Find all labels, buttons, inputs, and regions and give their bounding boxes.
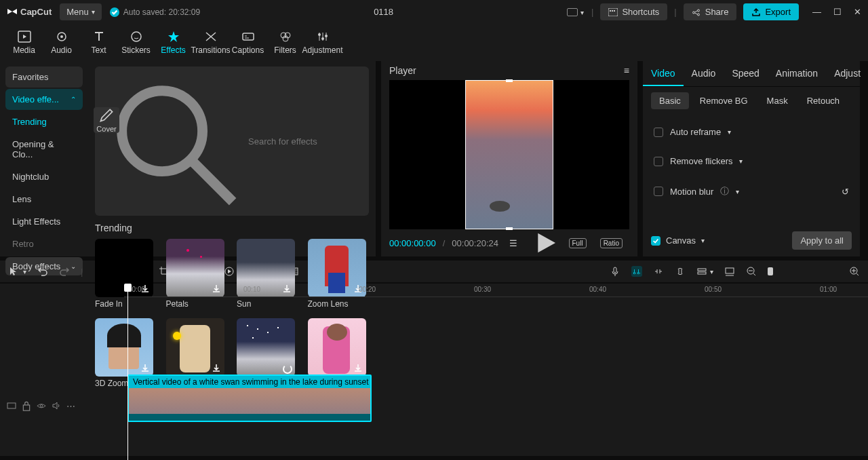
apply-all-button[interactable]: Apply to all: [792, 231, 852, 250]
sidebar-nightclub[interactable]: Nightclub: [5, 166, 83, 187]
chevron-down-icon: ⌄: [71, 263, 76, 270]
tab-animation[interactable]: Animation: [768, 61, 826, 86]
timeline-track[interactable]: 00:00 00:10 00:20 00:30 00:40 00:50 01:0…: [124, 284, 868, 456]
autosave-text: Auto saved: 20:32:09: [123, 7, 200, 17]
stickers-icon: [130, 31, 143, 43]
tab-label: Text: [91, 45, 106, 55]
sidebar-retro[interactable]: Retro: [5, 233, 83, 254]
chain-icon[interactable]: [675, 266, 686, 277]
zoom-marker-icon[interactable]: [768, 267, 773, 275]
sidebar-favorites[interactable]: Favorites: [5, 66, 83, 88]
checkbox-icon[interactable]: [654, 128, 663, 137]
option-remove-flickers[interactable]: Remove flickers▾: [651, 147, 852, 176]
tab-speed[interactable]: Speed: [724, 61, 767, 86]
video-clip[interactable]: Vertical video of a white swan swimming …: [127, 375, 372, 422]
close-icon[interactable]: ✕: [854, 7, 861, 17]
checkbox-icon[interactable]: [654, 187, 663, 196]
tab-label: Stickers: [121, 45, 151, 55]
svg-rect-21: [614, 267, 616, 273]
effects-icon: [167, 31, 180, 43]
svg-point-29: [40, 404, 43, 407]
chevron-down-icon[interactable]: ▾: [710, 268, 713, 275]
undo-icon[interactable]: [37, 266, 48, 277]
checkbox-icon[interactable]: [654, 157, 663, 166]
pointer-icon[interactable]: [8, 266, 19, 277]
play-icon[interactable]: [530, 229, 562, 256]
tab-audio-prop[interactable]: Audio: [684, 61, 724, 86]
sidebar-label: Video effe...: [12, 94, 59, 104]
sidebar-light[interactable]: Light Effects: [5, 211, 83, 232]
effects-heading: Trending: [95, 223, 369, 233]
player-menu-icon[interactable]: ≡: [624, 65, 629, 76]
tab-transitions[interactable]: Transitions: [192, 24, 229, 61]
svg-point-13: [321, 37, 324, 40]
eye-icon[interactable]: [37, 402, 46, 410]
tab-text[interactable]: Text: [80, 24, 117, 61]
export-button[interactable]: Export: [743, 3, 799, 20]
tab-media[interactable]: Media: [5, 24, 43, 61]
search-box[interactable]: [95, 66, 369, 216]
zoom-in-icon[interactable]: [849, 266, 860, 277]
option-canvas[interactable]: Canvas▾: [651, 235, 705, 246]
ratio-button[interactable]: Ratio: [600, 238, 623, 248]
preview-area[interactable]: [389, 80, 629, 229]
tab-stickers[interactable]: Stickers: [117, 24, 155, 61]
subtab-mask[interactable]: Mask: [759, 92, 796, 109]
tab-effects[interactable]: Effects: [155, 24, 192, 61]
tab-captions[interactable]: Captions: [229, 24, 267, 61]
search-input[interactable]: [248, 136, 362, 147]
properties-panel: Video Audio Speed Animation Adjust Basic…: [643, 61, 860, 256]
maximize-icon[interactable]: ☐: [833, 7, 842, 17]
ruler[interactable]: 00:00 00:10 00:20 00:30 00:40 00:50 01:0…: [124, 284, 868, 297]
magnet-icon[interactable]: ⫰⫰: [631, 266, 642, 277]
zoom-out-icon[interactable]: [746, 266, 757, 277]
track-icon[interactable]: [696, 266, 707, 277]
tab-video[interactable]: Video: [643, 61, 684, 86]
reset-icon[interactable]: ↺: [842, 187, 849, 197]
list-icon[interactable]: ☰: [509, 238, 517, 248]
link-icon[interactable]: [653, 266, 664, 277]
share-button[interactable]: Share: [684, 3, 737, 20]
preview-content: [490, 201, 510, 212]
tab-adjust[interactable]: Adjust: [826, 61, 868, 86]
preview-icon[interactable]: [724, 266, 735, 277]
more-icon[interactable]: ⋯: [66, 401, 75, 411]
sidebar-opening[interactable]: Opening & Clo...: [5, 134, 83, 165]
mic-icon[interactable]: [610, 266, 620, 277]
filters-icon: [279, 31, 292, 43]
shortcuts-button[interactable]: Shortcuts: [600, 3, 667, 20]
sidebar-label: Body effects: [12, 261, 60, 271]
reverse-icon[interactable]: [224, 266, 235, 277]
sidebar-video-effects[interactable]: Video effe...⌃: [5, 89, 83, 110]
cover-button[interactable]: Cover: [94, 107, 119, 133]
subtab-retouch[interactable]: Retouch: [799, 92, 848, 109]
tab-audio[interactable]: Audio: [43, 24, 80, 61]
app-logo: CapCut: [7, 7, 52, 18]
checkbox-icon[interactable]: [651, 236, 660, 246]
playhead[interactable]: [127, 284, 128, 460]
svg-rect-28: [23, 405, 29, 410]
subtab-removebg[interactable]: Remove BG: [692, 92, 756, 109]
tab-adjustment[interactable]: Adjustment: [304, 24, 341, 61]
svg-rect-23: [698, 272, 706, 274]
collapse-icon[interactable]: [7, 401, 16, 410]
media-icon: [18, 31, 31, 43]
option-auto-reframe[interactable]: Auto reframe▾: [651, 117, 852, 147]
sidebar-label: Retro: [12, 239, 34, 249]
minimize-icon[interactable]: —: [812, 7, 821, 17]
menu-button[interactable]: Menu ▾: [60, 3, 102, 20]
option-motion-blur[interactable]: Motion blurⓘ▾↺: [651, 176, 852, 207]
lock-icon[interactable]: [22, 400, 31, 411]
chevron-down-icon[interactable]: ▾: [23, 268, 26, 275]
sidebar-lens[interactable]: Lens: [5, 189, 83, 210]
ruler-mark: 00:20: [359, 286, 376, 293]
sidebar-trending[interactable]: Trending: [5, 111, 83, 132]
layout-icon[interactable]: ▾: [567, 8, 578, 16]
info-icon[interactable]: ⓘ: [720, 185, 729, 197]
redo-icon[interactable]: [59, 266, 70, 277]
mute-icon[interactable]: [52, 401, 61, 410]
subtab-basic[interactable]: Basic: [651, 92, 689, 109]
tab-filters[interactable]: Filters: [267, 24, 304, 61]
svg-rect-22: [698, 269, 706, 271]
full-button[interactable]: Full: [569, 238, 587, 248]
